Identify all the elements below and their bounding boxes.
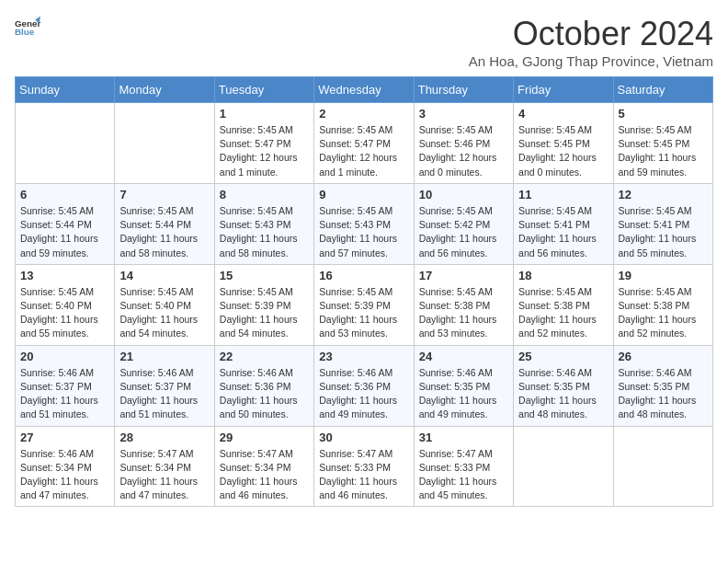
day-info: Sunrise: 5:47 AM Sunset: 5:34 PM Dayligh…: [119, 447, 209, 503]
day-number: 24: [419, 350, 508, 363]
calendar-cell: 11Sunrise: 5:45 AM Sunset: 5:41 PM Dayli…: [514, 183, 613, 264]
day-number: 4: [518, 107, 608, 121]
day-info: Sunrise: 5:45 AM Sunset: 5:40 PM Dayligh…: [119, 285, 209, 341]
day-info: Sunrise: 5:45 AM Sunset: 5:44 PM Dayligh…: [119, 204, 209, 260]
day-info: Sunrise: 5:46 AM Sunset: 5:36 PM Dayligh…: [220, 366, 309, 422]
calendar-cell: 27Sunrise: 5:46 AM Sunset: 5:34 PM Dayli…: [16, 426, 115, 507]
day-number: 2: [319, 107, 408, 121]
day-number: 29: [220, 431, 309, 444]
day-number: 23: [319, 350, 408, 363]
day-number: 14: [119, 269, 209, 282]
calendar-cell: 5Sunrise: 5:45 AM Sunset: 5:45 PM Daylig…: [613, 103, 712, 184]
day-info: Sunrise: 5:46 AM Sunset: 5:35 PM Dayligh…: [619, 366, 708, 422]
day-info: Sunrise: 5:46 AM Sunset: 5:35 PM Dayligh…: [518, 366, 608, 422]
calendar-cell: 3Sunrise: 5:45 AM Sunset: 5:46 PM Daylig…: [414, 103, 513, 184]
day-info: Sunrise: 5:45 AM Sunset: 5:38 PM Dayligh…: [518, 285, 608, 341]
logo: General Blue: [15, 15, 40, 40]
day-number: 20: [20, 350, 109, 363]
day-number: 16: [319, 269, 408, 282]
calendar-table: SundayMondayTuesdayWednesdayThursdayFrid…: [15, 76, 713, 507]
day-number: 7: [119, 188, 209, 201]
calendar-cell: 16Sunrise: 5:45 AM Sunset: 5:39 PM Dayli…: [314, 264, 414, 345]
day-number: 3: [419, 107, 508, 121]
day-number: 1: [220, 107, 309, 121]
day-info: Sunrise: 5:47 AM Sunset: 5:33 PM Dayligh…: [419, 447, 508, 503]
calendar-cell: 24Sunrise: 5:46 AM Sunset: 5:35 PM Dayli…: [414, 345, 513, 426]
day-info: Sunrise: 5:47 AM Sunset: 5:33 PM Dayligh…: [319, 447, 408, 503]
day-info: Sunrise: 5:45 AM Sunset: 5:45 PM Dayligh…: [518, 123, 608, 179]
calendar-cell: 15Sunrise: 5:45 AM Sunset: 5:39 PM Dayli…: [214, 264, 313, 345]
day-number: 11: [518, 188, 608, 201]
calendar-cell: 13Sunrise: 5:45 AM Sunset: 5:40 PM Dayli…: [16, 264, 115, 345]
calendar-day-header: Tuesday: [214, 77, 313, 103]
calendar-cell: [613, 426, 712, 507]
day-info: Sunrise: 5:45 AM Sunset: 5:45 PM Dayligh…: [619, 123, 708, 179]
day-number: 27: [20, 431, 109, 444]
day-number: 6: [20, 188, 109, 201]
day-number: 8: [220, 188, 309, 201]
day-number: 21: [119, 350, 209, 363]
calendar-cell: 29Sunrise: 5:47 AM Sunset: 5:34 PM Dayli…: [214, 426, 313, 507]
calendar-day-header: Thursday: [414, 77, 513, 103]
calendar-cell: 8Sunrise: 5:45 AM Sunset: 5:43 PM Daylig…: [214, 183, 313, 264]
calendar-week-row: 20Sunrise: 5:46 AM Sunset: 5:37 PM Dayli…: [16, 345, 713, 426]
day-number: 28: [119, 431, 209, 444]
calendar-cell: 23Sunrise: 5:46 AM Sunset: 5:36 PM Dayli…: [314, 345, 414, 426]
calendar-cell: [16, 103, 115, 184]
day-number: 10: [419, 188, 508, 201]
month-title: October 2024: [469, 15, 713, 53]
calendar-cell: 28Sunrise: 5:47 AM Sunset: 5:34 PM Dayli…: [115, 426, 214, 507]
day-number: 31: [419, 431, 508, 444]
calendar-cell: 1Sunrise: 5:45 AM Sunset: 5:47 PM Daylig…: [214, 103, 313, 184]
calendar-cell: 12Sunrise: 5:45 AM Sunset: 5:41 PM Dayli…: [613, 183, 712, 264]
calendar-cell: 22Sunrise: 5:46 AM Sunset: 5:36 PM Dayli…: [214, 345, 313, 426]
day-info: Sunrise: 5:46 AM Sunset: 5:35 PM Dayligh…: [419, 366, 508, 422]
day-info: Sunrise: 5:45 AM Sunset: 5:42 PM Dayligh…: [419, 204, 508, 260]
calendar-day-header: Monday: [115, 77, 214, 103]
page-header: General Blue October 2024 An Hoa, GJong …: [15, 15, 713, 69]
day-number: 19: [619, 269, 708, 282]
calendar-week-row: 1Sunrise: 5:45 AM Sunset: 5:47 PM Daylig…: [16, 103, 713, 184]
day-info: Sunrise: 5:45 AM Sunset: 5:43 PM Dayligh…: [220, 204, 309, 260]
day-number: 17: [419, 269, 508, 282]
calendar-cell: 30Sunrise: 5:47 AM Sunset: 5:33 PM Dayli…: [314, 426, 414, 507]
svg-text:Blue: Blue: [15, 27, 35, 37]
calendar-cell: 6Sunrise: 5:45 AM Sunset: 5:44 PM Daylig…: [16, 183, 115, 264]
calendar-cell: [514, 426, 613, 507]
calendar-day-header: Saturday: [613, 77, 712, 103]
day-number: 25: [518, 350, 608, 363]
calendar-cell: 4Sunrise: 5:45 AM Sunset: 5:45 PM Daylig…: [514, 103, 613, 184]
calendar-cell: 18Sunrise: 5:45 AM Sunset: 5:38 PM Dayli…: [514, 264, 613, 345]
calendar-cell: 25Sunrise: 5:46 AM Sunset: 5:35 PM Dayli…: [514, 345, 613, 426]
day-info: Sunrise: 5:45 AM Sunset: 5:38 PM Dayligh…: [619, 285, 708, 341]
day-number: 13: [20, 269, 109, 282]
day-info: Sunrise: 5:45 AM Sunset: 5:41 PM Dayligh…: [619, 204, 708, 260]
day-number: 9: [319, 188, 408, 201]
day-number: 15: [220, 269, 309, 282]
calendar-cell: 7Sunrise: 5:45 AM Sunset: 5:44 PM Daylig…: [115, 183, 214, 264]
day-info: Sunrise: 5:45 AM Sunset: 5:39 PM Dayligh…: [220, 285, 309, 341]
calendar-cell: 20Sunrise: 5:46 AM Sunset: 5:37 PM Dayli…: [16, 345, 115, 426]
day-info: Sunrise: 5:46 AM Sunset: 5:34 PM Dayligh…: [20, 447, 109, 503]
logo-icon: General Blue: [15, 15, 40, 40]
calendar-week-row: 6Sunrise: 5:45 AM Sunset: 5:44 PM Daylig…: [16, 183, 713, 264]
calendar-cell: 21Sunrise: 5:46 AM Sunset: 5:37 PM Dayli…: [115, 345, 214, 426]
day-info: Sunrise: 5:45 AM Sunset: 5:39 PM Dayligh…: [319, 285, 408, 341]
calendar-week-row: 13Sunrise: 5:45 AM Sunset: 5:40 PM Dayli…: [16, 264, 713, 345]
day-info: Sunrise: 5:45 AM Sunset: 5:40 PM Dayligh…: [20, 285, 109, 341]
calendar-cell: 26Sunrise: 5:46 AM Sunset: 5:35 PM Dayli…: [613, 345, 712, 426]
day-info: Sunrise: 5:45 AM Sunset: 5:46 PM Dayligh…: [419, 123, 508, 179]
calendar-day-header: Friday: [514, 77, 613, 103]
calendar-header-row: SundayMondayTuesdayWednesdayThursdayFrid…: [16, 77, 713, 103]
day-info: Sunrise: 5:46 AM Sunset: 5:36 PM Dayligh…: [319, 366, 408, 422]
day-info: Sunrise: 5:45 AM Sunset: 5:43 PM Dayligh…: [319, 204, 408, 260]
day-number: 30: [319, 431, 408, 444]
location-subtitle: An Hoa, GJong Thap Province, Vietnam: [469, 53, 713, 69]
calendar-day-header: Sunday: [16, 77, 115, 103]
calendar-week-row: 27Sunrise: 5:46 AM Sunset: 5:34 PM Dayli…: [16, 426, 713, 507]
day-info: Sunrise: 5:47 AM Sunset: 5:34 PM Dayligh…: [220, 447, 309, 503]
calendar-cell: 10Sunrise: 5:45 AM Sunset: 5:42 PM Dayli…: [414, 183, 513, 264]
calendar-cell: 31Sunrise: 5:47 AM Sunset: 5:33 PM Dayli…: [414, 426, 513, 507]
calendar-cell: 2Sunrise: 5:45 AM Sunset: 5:47 PM Daylig…: [314, 103, 414, 184]
calendar-cell: 14Sunrise: 5:45 AM Sunset: 5:40 PM Dayli…: [115, 264, 214, 345]
